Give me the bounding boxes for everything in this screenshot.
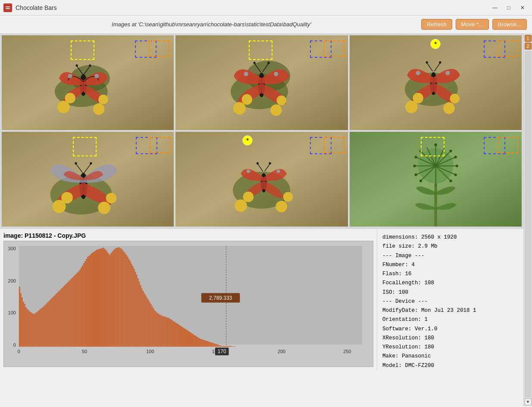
svg-rect-214 [155,311,156,347]
svg-rect-163 [90,255,91,347]
minimize-button[interactable]: — [489,3,501,12]
svg-rect-142 [63,287,64,347]
svg-rect-144 [65,284,66,347]
svg-rect-202 [140,285,141,347]
svg-rect-227 [172,320,173,347]
chart-title: image: P1150812 - Copy.JPG [3,232,373,239]
orientation-text: Orientation: 1 [382,315,518,324]
svg-point-94 [454,174,457,176]
svg-rect-186 [119,248,121,347]
scroll-track[interactable] [525,51,532,398]
svg-rect-253 [206,341,207,347]
svg-rect-228 [173,321,175,347]
svg-rect-133 [51,298,52,347]
flash-text: Flash: 16 [382,270,518,279]
svg-point-53 [98,202,110,214]
image-cell-5[interactable]: * [175,132,347,227]
svg-point-30 [277,96,287,106]
svg-rect-237 [185,329,186,347]
image-cell-1[interactable] [2,35,174,130]
svg-rect-249 [200,339,202,347]
svg-rect-188 [122,250,123,347]
move-button[interactable]: Move *... [456,19,489,30]
svg-point-90 [449,180,452,182]
svg-text:50: 50 [82,349,87,354]
svg-rect-192 [127,257,128,347]
scrollbar: 1 2 ▼ [523,34,532,406]
svg-rect-195 [131,264,132,347]
svg-rect-171 [100,249,101,347]
close-button[interactable]: ✕ [516,3,529,12]
titlebar: Chocolate Bars — □ ✕ [0,0,532,16]
svg-rect-111 [23,302,24,347]
svg-rect-193 [128,259,130,347]
svg-point-25 [253,62,256,64]
svg-rect-247 [198,338,199,347]
svg-rect-260 [215,344,216,347]
svg-rect-216 [158,314,159,347]
svg-rect-239 [188,331,189,347]
svg-rect-236 [184,328,185,347]
image-grid: * [0,34,523,228]
svg-rect-259 [213,343,215,347]
refresh-button[interactable]: Refresh [421,19,452,30]
svg-point-42 [443,103,455,114]
svg-rect-131 [49,301,50,347]
image-area: * [0,34,523,406]
svg-rect-207 [146,298,147,347]
svg-rect-245 [195,336,197,347]
svg-rect-230 [176,323,177,347]
scroll-page-2[interactable]: 2 [525,43,532,50]
svg-rect-135 [53,296,55,347]
image-cell-6[interactable] [350,132,522,227]
svg-rect-201 [139,282,140,347]
svg-rect-261 [216,344,217,347]
browse-button[interactable]: Browse... [492,19,527,30]
svg-rect-235 [182,327,184,347]
chart-container[interactable]: 0 100 200 300 0 50 100 150 200 250 [3,241,373,367]
scroll-page-1[interactable]: 1 [525,35,532,42]
svg-rect-126 [42,307,44,347]
svg-rect-117 [31,312,32,347]
svg-rect-262 [217,345,219,347]
svg-rect-241 [190,332,191,347]
svg-rect-183 [116,248,117,347]
svg-rect-203 [141,289,143,347]
svg-point-27 [233,102,246,115]
svg-rect-204 [142,291,144,347]
device-header: --- Device --- [382,297,518,306]
svg-rect-132 [50,300,51,347]
svg-rect-265 [221,346,222,347]
svg-rect-150 [73,277,74,347]
svg-point-63 [269,162,271,165]
svg-rect-165 [92,252,94,347]
svg-rect-206 [145,295,146,347]
svg-text:0: 0 [13,342,16,348]
maximize-button[interactable]: □ [503,3,515,12]
svg-rect-220 [163,316,164,347]
svg-rect-266 [222,346,224,347]
svg-rect-248 [199,339,200,347]
svg-text:100: 100 [146,349,154,354]
svg-rect-0 [5,5,11,11]
svg-rect-140 [60,289,61,347]
image-cell-3[interactable]: * [350,35,522,130]
image-cell-2[interactable] [175,35,347,130]
svg-point-39 [439,61,441,63]
svg-rect-251 [203,340,204,347]
svg-rect-130 [47,302,49,347]
svg-rect-128 [45,304,46,347]
svg-rect-119 [33,314,34,347]
scroll-down-button[interactable]: ▼ [525,398,532,405]
svg-rect-189 [123,252,125,347]
svg-rect-211 [151,306,153,347]
svg-rect-162 [88,256,90,347]
svg-rect-197 [134,269,135,347]
svg-point-67 [283,192,293,202]
svg-rect-172 [101,248,103,347]
image-cell-4[interactable] [2,132,174,227]
chart-area: image: P1150812 - Copy.JPG 0 100 200 [0,229,377,370]
svg-rect-112 [24,304,25,347]
svg-text:170: 170 [218,348,226,354]
svg-point-64 [235,199,247,212]
